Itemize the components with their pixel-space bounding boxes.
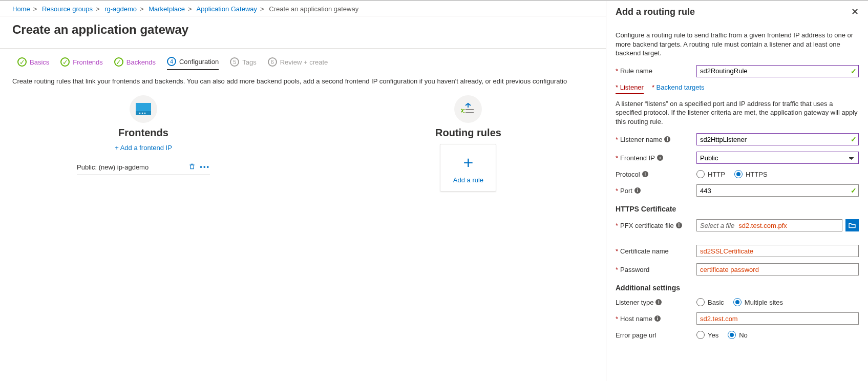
cert-name-label: Certificate name: [620, 247, 669, 255]
add-rule-card[interactable]: + Add a rule: [440, 144, 496, 192]
close-icon[interactable]: ✕: [851, 6, 859, 17]
check-icon: [60, 57, 70, 67]
add-rule-label: Add a rule: [444, 176, 492, 184]
host-name-input[interactable]: [696, 312, 859, 325]
svg-point-2: [139, 113, 141, 114]
browse-file-button[interactable]: [845, 219, 859, 231]
page-title: Create an application gateway: [0, 16, 606, 49]
panel-title: Add a routing rule: [616, 7, 695, 17]
https-cert-heading: HTTPS Certificate: [616, 205, 859, 213]
rule-name-input[interactable]: [696, 65, 859, 77]
info-icon: i: [664, 136, 670, 142]
tab-configuration[interactable]: 4 Configuration: [167, 57, 219, 70]
rule-name-label: Rule name: [620, 67, 652, 75]
breadcrumb-home[interactable]: Home: [12, 5, 30, 13]
check-icon: [17, 57, 27, 67]
frontends-icon: [130, 95, 157, 123]
subtab-backend-targets[interactable]: * Backend targets: [652, 83, 705, 94]
step-number-icon: 6: [268, 57, 277, 67]
delete-icon[interactable]: [188, 163, 196, 172]
listener-type-basic-radio[interactable]: Basic: [696, 298, 724, 306]
error-url-no-radio[interactable]: No: [728, 331, 748, 339]
password-input[interactable]: [696, 263, 859, 276]
svg-rect-1: [136, 111, 151, 115]
frontends-title: Frontends: [118, 127, 168, 139]
frontends-column: Frontends + Add a frontend IP Public: (n…: [77, 95, 210, 192]
listener-name-label: Listener name: [620, 136, 662, 143]
breadcrumb: Home> Resource groups> rg-agdemo> Market…: [0, 1, 606, 16]
breadcrumb-appgw[interactable]: Application Gateway: [197, 5, 258, 13]
main-pane: Home> Resource groups> rg-agdemo> Market…: [0, 1, 606, 381]
step-number-icon: 5: [230, 57, 239, 67]
valid-icon: ✓: [851, 67, 857, 75]
tab-review[interactable]: 6 Review + create: [268, 57, 328, 70]
pfx-filename: sd2.test.com.pfx: [738, 222, 787, 229]
info-icon: i: [634, 187, 641, 194]
panel-intro: Configure a routing rule to send traffic…: [616, 31, 859, 58]
frontend-ip-row: Public: (new) ip-agdemo •••: [77, 160, 210, 175]
routing-rules-icon: [454, 95, 482, 123]
protocol-http-radio[interactable]: HTTP: [696, 170, 725, 178]
frontend-ip-select[interactable]: Public: [696, 152, 859, 164]
svg-point-4: [144, 113, 146, 114]
protocol-https-radio[interactable]: HTTPS: [734, 170, 768, 178]
valid-icon: ✓: [851, 186, 857, 195]
plus-icon: +: [444, 154, 492, 171]
port-input[interactable]: [696, 184, 859, 197]
error-page-url-label: Error page url: [616, 331, 656, 339]
subtab-listener[interactable]: * Listener: [616, 83, 644, 94]
listener-type-label: Listener type: [616, 299, 653, 306]
info-icon: i: [655, 299, 662, 305]
breadcrumb-rg[interactable]: Resource groups: [42, 5, 93, 13]
info-icon: i: [676, 222, 682, 228]
breadcrumb-rgname[interactable]: rg-agdemo: [104, 5, 137, 13]
password-label: Password: [620, 266, 649, 273]
routing-rules-title: Routing rules: [435, 127, 501, 139]
listener-intro: A listener “listens” on a specified port…: [616, 99, 859, 126]
valid-icon: ✓: [851, 135, 857, 143]
pfx-file-box[interactable]: Select a file sd2.test.com.pfx: [696, 219, 842, 231]
more-icon[interactable]: •••: [200, 163, 210, 172]
wizard-tabs: Basics Frontends Backends 4 Configuratio…: [0, 49, 606, 70]
add-routing-rule-panel: Add a routing rule ✕ Configure a routing…: [606, 1, 868, 381]
panel-subtabs: * Listener * Backend targets: [616, 83, 859, 94]
info-icon: i: [642, 171, 648, 177]
pfx-placeholder: Select a file: [700, 222, 734, 229]
host-name-label: Host name: [620, 315, 652, 323]
info-icon: i: [654, 315, 661, 322]
error-url-yes-radio[interactable]: Yes: [696, 331, 718, 339]
frontend-ip-label: Frontend IP: [620, 154, 655, 162]
routing-rules-column: Routing rules + Add a rule: [435, 95, 501, 192]
breadcrumb-current: Create an application gateway: [269, 5, 358, 13]
tab-frontends[interactable]: Frontends: [60, 57, 103, 70]
app-root: Home> Resource groups> rg-agdemo> Market…: [0, 0, 868, 381]
tab-tags[interactable]: 5 Tags: [230, 57, 256, 70]
listener-type-multiple-radio[interactable]: Multiple sites: [733, 298, 783, 306]
tab-backends[interactable]: Backends: [114, 57, 156, 70]
info-icon: i: [657, 155, 663, 161]
pfx-file-label: PFX certificate file: [620, 222, 674, 229]
config-columns: Frontends + Add a frontend IP Public: (n…: [0, 88, 606, 192]
listener-name-input[interactable]: [696, 133, 859, 145]
tab-basics[interactable]: Basics: [17, 57, 49, 70]
svg-point-3: [142, 113, 143, 114]
tab-description: Create routing rules that link your fron…: [0, 70, 606, 88]
breadcrumb-marketplace[interactable]: Marketplace: [149, 5, 185, 13]
port-label: Port: [620, 187, 632, 195]
additional-settings-heading: Additional settings: [616, 284, 859, 292]
frontend-ip-label: Public: (new) ip-agdemo: [77, 163, 149, 171]
cert-name-input[interactable]: [696, 245, 859, 257]
protocol-label: Protocol: [616, 171, 640, 178]
check-icon: [114, 57, 123, 67]
step-number-icon: 4: [167, 57, 176, 66]
add-frontend-ip-link[interactable]: + Add a frontend IP: [115, 144, 172, 152]
